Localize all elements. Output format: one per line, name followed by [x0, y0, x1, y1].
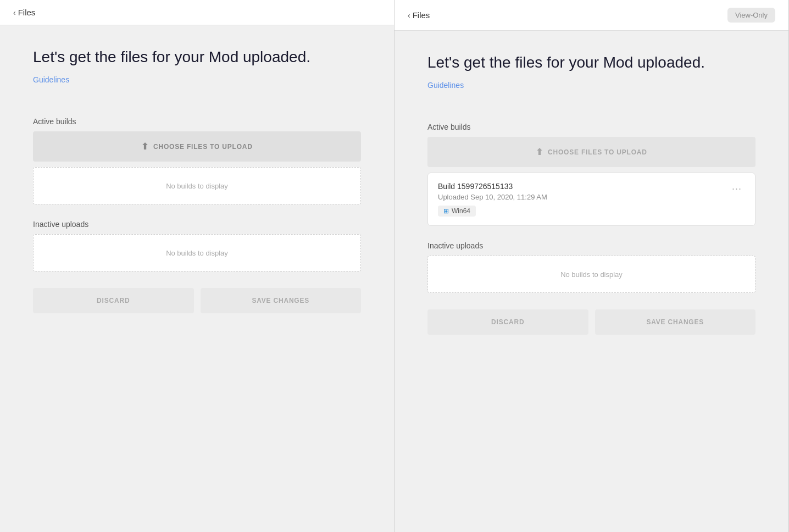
right-action-buttons: DISCARD SAVE CHANGES: [427, 309, 755, 335]
left-header: ‹ Files: [0, 0, 394, 25]
right-inactive-empty-text: No builds to display: [560, 270, 623, 279]
right-upload-button[interactable]: ⬆ CHOOSE FILES TO UPLOAD: [427, 137, 755, 167]
left-save-button[interactable]: SAVE CHANGES: [201, 288, 362, 313]
right-header: ‹ Files View-Only: [394, 0, 788, 31]
left-inactive-empty-text: No builds to display: [166, 249, 228, 257]
left-panel: ‹ Files Let's get the files for your Mod…: [0, 0, 394, 532]
right-panel: ‹ Files View-Only Let's get the files fo…: [394, 0, 789, 532]
right-content: Let's get the files for your Mod uploade…: [394, 31, 788, 532]
left-inactive-empty-box: No builds to display: [33, 234, 361, 271]
left-upload-button-label: CHOOSE FILES TO UPLOAD: [153, 143, 253, 151]
left-back-label: Files: [18, 8, 36, 17]
left-upload-button[interactable]: ⬆ CHOOSE FILES TO UPLOAD: [33, 131, 361, 162]
left-guidelines-link[interactable]: Guidelines: [33, 75, 69, 84]
build-tag: ⊞ Win64: [438, 206, 476, 217]
left-back-link[interactable]: ‹ Files: [13, 8, 35, 17]
view-only-badge: View-Only: [727, 8, 775, 23]
left-back-arrow-icon: ‹: [13, 8, 16, 17]
left-active-builds-label: Active builds: [33, 117, 361, 126]
build-tag-label: Win64: [452, 207, 470, 215]
left-active-empty-box: No builds to display: [33, 167, 361, 204]
build-id: Build 1599726515133: [438, 182, 729, 191]
build-menu-button[interactable]: ···: [729, 182, 745, 196]
right-back-label: Files: [413, 10, 430, 20]
right-upload-button-label: CHOOSE FILES TO UPLOAD: [548, 148, 647, 156]
build-date: Uploaded Sep 10, 2020, 11:29 AM: [438, 193, 729, 201]
left-discard-button[interactable]: DISCARD: [33, 288, 194, 313]
left-content: Let's get the files for your Mod uploade…: [0, 25, 394, 532]
left-active-empty-text: No builds to display: [166, 182, 228, 190]
build-card: Build 1599726515133 Uploaded Sep 10, 202…: [427, 173, 755, 226]
right-active-builds-label: Active builds: [427, 123, 755, 131]
right-page-title: Let's get the files for your Mod uploade…: [427, 53, 755, 73]
right-inactive-label: Inactive uploads: [427, 241, 755, 250]
left-page-title: Let's get the files for your Mod uploade…: [33, 47, 361, 67]
right-discard-button[interactable]: DISCARD: [427, 309, 588, 335]
right-back-link[interactable]: ‹ Files: [408, 10, 430, 20]
right-back-arrow-icon: ‹: [408, 11, 410, 20]
build-info: Build 1599726515133 Uploaded Sep 10, 202…: [438, 182, 729, 217]
left-inactive-label: Inactive uploads: [33, 220, 361, 229]
right-inactive-empty-box: No builds to display: [427, 256, 755, 293]
windows-icon: ⊞: [443, 207, 449, 215]
left-action-buttons: DISCARD SAVE CHANGES: [33, 288, 361, 313]
left-upload-icon: ⬆: [141, 141, 149, 152]
right-guidelines-link[interactable]: Guidelines: [427, 81, 464, 90]
right-upload-icon: ⬆: [536, 147, 543, 157]
right-save-button[interactable]: SAVE CHANGES: [595, 309, 756, 335]
